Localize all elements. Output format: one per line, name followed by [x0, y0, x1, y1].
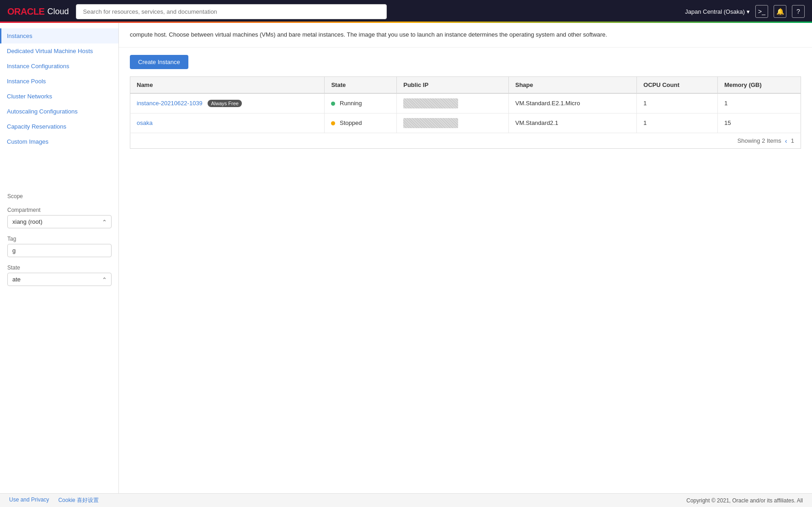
table-area: Create Instance Name State Public IP Sha… — [119, 48, 812, 493]
instance-state-cell: Stopped — [325, 113, 397, 133]
create-instance-button[interactable]: Create Instance — [130, 55, 188, 69]
oracle-logo: ORACLE Cloud — [7, 6, 69, 17]
footer-cookie-link[interactable]: Cookie 喜好设置 — [58, 496, 99, 504]
current-page-label: 1 — [791, 137, 794, 144]
instance-memory-cell: 15 — [718, 113, 801, 133]
cloud-text: Cloud — [47, 7, 69, 16]
oracle-text: ORACLE — [7, 6, 44, 17]
instance-state-label: Running — [340, 100, 362, 107]
region-selector[interactable]: Japan Central (Osaka) ▾ — [685, 8, 750, 15]
footer-privacy-link[interactable]: Use and Privacy — [9, 496, 49, 504]
compartment-label: Compartment — [7, 207, 112, 213]
sidebar-item-custom-images[interactable]: Custom Images — [0, 134, 118, 149]
stopped-status-dot — [331, 121, 335, 125]
instance-state-label: Stopped — [340, 119, 362, 126]
instance-shape-cell: VM.Standard2.1 — [509, 113, 637, 133]
table-row: instance-20210622-1039 Always Free Runni… — [130, 93, 801, 113]
pagination-row: Showing 2 Items ‹ 1 — [130, 133, 801, 148]
instance-name-link[interactable]: instance-20210622-1039 — [137, 100, 203, 107]
pagination-nav: Showing 2 Items ‹ 1 — [737, 137, 794, 145]
col-shape: Shape — [509, 76, 637, 93]
instance-ocpu-cell: 1 — [637, 93, 718, 113]
state-label: State — [7, 264, 112, 271]
help-icon[interactable]: ? — [792, 5, 805, 18]
search-bar[interactable] — [76, 4, 387, 19]
sidebar-item-cluster-networks[interactable]: Cluster Networks — [0, 89, 118, 104]
compartment-select-wrapper: xiang (root) ⌃ — [7, 215, 112, 228]
tag-label: Tag — [7, 236, 112, 242]
table-header-row: Name State Public IP Shape OCPU Count Me… — [130, 76, 801, 93]
table-row: osaka Stopped VM.Standard2.1 1 15 — [130, 113, 801, 133]
instance-public-ip-cell — [397, 113, 509, 133]
instance-state-cell: Running — [325, 93, 397, 113]
sidebar-item-capacity-reservations[interactable]: Capacity Reservations — [0, 119, 118, 134]
col-public-ip: Public IP — [397, 76, 509, 93]
instance-ocpu-cell: 1 — [637, 113, 718, 133]
region-label: Japan Central (Osaka) — [685, 8, 745, 15]
footer: Use and Privacy Cookie 喜好设置 Copyright © … — [0, 493, 812, 507]
description-text: compute host. Choose between virtual mac… — [119, 23, 812, 48]
col-ocpu: OCPU Count — [637, 76, 718, 93]
sidebar-item-dedicated-vm[interactable]: Dedicated Virtual Machine Hosts — [0, 43, 118, 59]
showing-items-label: Showing 2 Items — [737, 137, 781, 144]
instance-memory-cell: 1 — [718, 93, 801, 113]
sidebar-item-instance-pools[interactable]: Instance Pools — [0, 74, 118, 89]
nav-right: Japan Central (Osaka) ▾ >_ 🔔 ? — [685, 5, 805, 18]
prev-page-button[interactable]: ‹ — [785, 137, 787, 145]
instance-name-cell: instance-20210622-1039 Always Free — [130, 93, 325, 113]
state-select[interactable]: ate — [7, 273, 112, 286]
footer-copyright: Copyright © 2021, Oracle and/or its affi… — [686, 497, 803, 504]
public-ip-blurred — [403, 98, 458, 108]
sidebar-item-instance-config[interactable]: Instance Configurations — [0, 59, 118, 74]
sidebar: Instances Dedicated Virtual Machine Host… — [0, 23, 119, 493]
compartment-select[interactable]: xiang (root) — [7, 215, 112, 228]
region-chevron-icon: ▾ — [747, 8, 750, 15]
state-select-wrapper: ate ⌃ — [7, 273, 112, 286]
scope-label: Scope — [7, 193, 112, 200]
instances-table: Name State Public IP Shape OCPU Count Me… — [130, 76, 801, 149]
top-nav: ORACLE Cloud Japan Central (Osaka) ▾ >_ … — [0, 0, 812, 23]
search-input[interactable] — [76, 4, 387, 19]
bell-icon[interactable]: 🔔 — [774, 5, 786, 18]
running-status-dot — [331, 102, 335, 106]
tag-input[interactable] — [7, 244, 112, 257]
public-ip-blurred — [403, 118, 458, 128]
instance-shape-cell: VM.Standard.E2.1.Micro — [509, 93, 637, 113]
sidebar-item-instances[interactable]: Instances — [0, 28, 118, 43]
content-area: compute host. Choose between virtual mac… — [119, 23, 812, 493]
instance-name-link[interactable]: osaka — [137, 119, 153, 126]
instance-public-ip-cell — [397, 93, 509, 113]
sidebar-item-autoscaling[interactable]: Autoscaling Configurations — [0, 104, 118, 119]
always-free-badge: Always Free — [208, 100, 242, 107]
col-memory: Memory (GB) — [718, 76, 801, 93]
filter-panel: Scope Compartment xiang (root) ⌃ Tag Sta… — [0, 193, 119, 293]
terminal-icon[interactable]: >_ — [755, 5, 768, 18]
col-state: State — [325, 76, 397, 93]
footer-links: Use and Privacy Cookie 喜好设置 — [9, 496, 99, 504]
instance-name-cell: osaka — [130, 113, 325, 133]
col-name: Name — [130, 76, 325, 93]
pagination-cell: Showing 2 Items ‹ 1 — [130, 133, 801, 148]
